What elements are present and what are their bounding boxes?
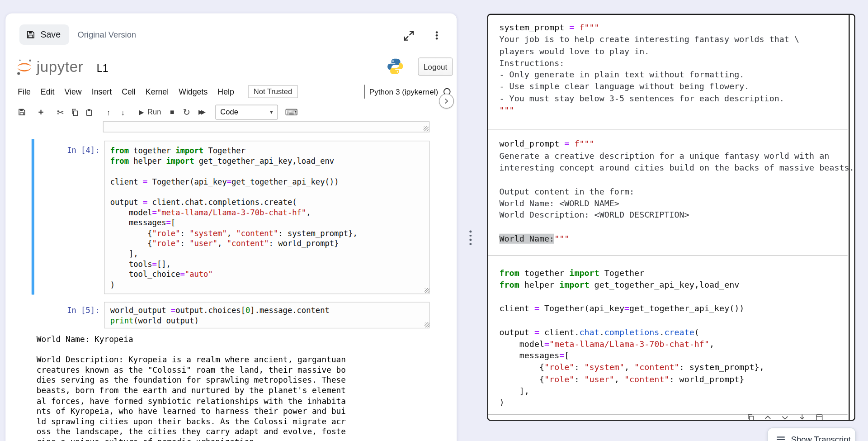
jupyter-logo-text[interactable]: jupyter [37,58,84,76]
menu-item[interactable]: Insert [87,85,117,98]
notebook-panel: Save Original Version jupyter L1 Logout … [5,13,457,441]
notebook-header: jupyter L1 [15,55,108,78]
code-panel: system_prompt = f"""Your job is to help … [487,14,855,421]
floppy-icon [26,30,36,39]
save-label: Save [40,30,61,40]
divider [364,85,365,99]
menu-items: FileEditViewInsertCellKernelWidgetsHelp [13,85,239,98]
show-transcript-label: Show Transcript [791,435,851,441]
menu-item[interactable]: View [59,85,86,98]
popout-icon[interactable] [815,413,824,421]
copy-cell-button[interactable] [67,104,82,119]
menu-item[interactable]: Help [212,85,239,98]
cell-type-select[interactable]: Code ▾ [215,104,278,119]
copy-icon[interactable] [746,413,755,421]
hamburger-icon [776,435,786,441]
restart-run-all-button[interactable]: ▶▶ [194,104,208,119]
resize-handle-icon[interactable] [424,126,429,131]
menu-item[interactable]: Kernel [141,85,174,98]
kernel-name: Python 3 (ipykernel) [369,87,438,96]
paste-cell-button[interactable] [82,104,96,119]
code-block-together-call: from together import Togetherfrom helper… [488,256,854,414]
notebook-toolbar: + ✂ ↑ ↓ ▶ Run ■ ↻ ▶▶ Code ▾ ⌨ [14,104,300,120]
trust-status-badge: Not Trusted [248,85,297,98]
menu-item[interactable]: File [13,85,36,98]
code-panel-footer [746,413,824,421]
menu-item[interactable]: Cell [117,85,141,98]
notebook-title: L1 [97,62,108,75]
panel-resize-handle[interactable] [468,229,473,246]
resize-handle-icon[interactable] [425,288,429,293]
move-cell-up-button[interactable]: ↑ [101,104,116,119]
scroll-down-icon[interactable] [781,413,790,421]
code-block-world-prompt: world_prompt = f"""Generate a creative d… [488,130,854,255]
cut-cell-button[interactable]: ✂ [53,104,68,119]
kebab-menu-icon[interactable] [431,28,443,43]
python-logo-icon [387,57,404,75]
code-cell-in5[interactable]: world_output =output.choices[0].message.… [104,302,429,328]
open-panel-chevron-button[interactable] [439,94,454,109]
scrollbar[interactable] [849,15,849,420]
cell-prompt-in5: In [5]: [33,306,99,315]
chevron-down-icon: ▾ [270,109,273,116]
cell-type-value: Code [220,108,238,116]
logout-button[interactable]: Logout [418,57,453,76]
notebook-menubar: FileEditViewInsertCellKernelWidgetsHelp … [13,84,297,99]
command-palette-button[interactable]: ⌨ [283,104,300,119]
show-transcript-button[interactable]: Show Transcript [767,427,856,441]
save-checkpoint-button[interactable] [14,104,29,119]
code-cell-in4[interactable]: from together import Togetherfrom helper… [104,141,429,294]
add-cell-button[interactable]: + [34,104,48,119]
menu-item[interactable]: Edit [36,85,60,98]
original-version-link[interactable]: Original Version [77,24,136,45]
scroll-up-icon[interactable] [764,413,773,421]
page: Save Original Version jupyter L1 Logout … [0,0,868,441]
save-button[interactable]: Save [19,24,70,45]
menu-item[interactable]: Widgets [174,85,212,98]
download-icon[interactable] [798,413,807,421]
resize-handle-icon[interactable] [425,322,429,327]
interrupt-kernel-button[interactable]: ■ [165,104,179,119]
selected-cell-bar [32,139,34,294]
run-button[interactable]: ▶ Run [135,104,165,119]
run-label: Run [147,108,161,116]
code-block-system-prompt: system_prompt = f"""Your job is to help … [488,15,854,130]
restart-kernel-button[interactable]: ↻ [179,104,194,119]
cell-prompt-in4: In [4]: [33,146,99,155]
jupyter-logo-icon [15,58,33,76]
cell-output-text: World Name: Kyropeia World Description: … [37,334,346,441]
move-cell-down-button[interactable]: ↓ [116,104,130,119]
run-icon: ▶ [139,108,144,116]
fullscreen-icon[interactable] [401,28,416,43]
partial-cell-above[interactable] [103,121,429,132]
